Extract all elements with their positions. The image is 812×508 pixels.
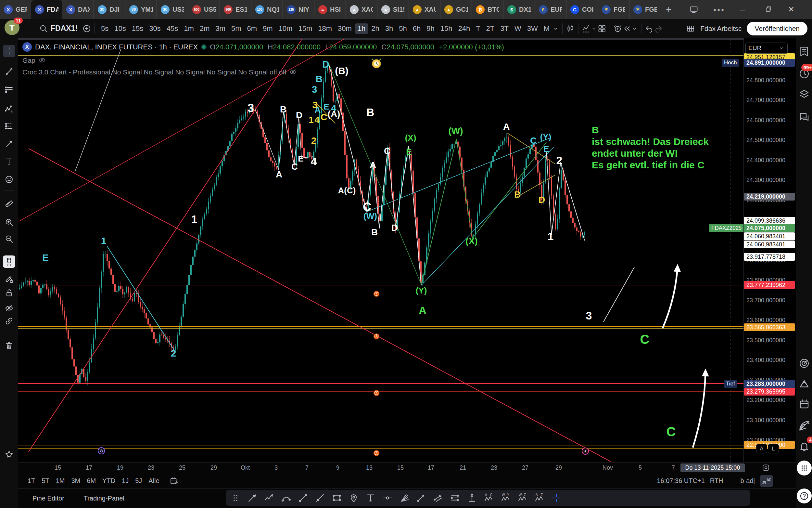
- ae-wave-drawing[interactable]: AE: [534, 493, 545, 503]
- window-tab-xau[interactable]: ▲XAU: [409, 0, 440, 19]
- window-tab-gc1[interactable]: ▲GC1: [440, 0, 472, 19]
- timeframe-2h[interactable]: 2h: [368, 24, 382, 34]
- zoom-in-tool[interactable]: [3, 216, 15, 228]
- chart-pane[interactable]: E1213ABCDE43BD(B)3AE4(A)14C2BA(C)C(W)BAC…: [18, 38, 744, 462]
- symbol-search-field[interactable]: FDAX1!: [51, 24, 78, 33]
- window-tab-fgb[interactable]: ✶FGB: [629, 0, 661, 19]
- chart-note-annotation[interactable]: Bist schwach! Das Dreieckendet unter der…: [592, 124, 709, 171]
- lock-drawings-tool[interactable]: [3, 287, 15, 299]
- window-tab-us3[interactable]: 30US3: [156, 0, 188, 19]
- timeframe-M[interactable]: M: [541, 24, 553, 34]
- indicators-chevron-icon[interactable]: [591, 24, 597, 33]
- range-ytd[interactable]: YTD: [99, 476, 118, 486]
- object-tree-panel[interactable]: [798, 88, 810, 100]
- rectangle-drawing[interactable]: [332, 493, 342, 503]
- crosshair-blue[interactable]: [551, 493, 562, 503]
- range-3m[interactable]: 3M: [68, 476, 84, 486]
- zoom-out-tool[interactable]: [3, 233, 15, 245]
- window-tab-us5[interactable]: 500US5: [188, 0, 220, 19]
- timeframe-T[interactable]: T: [473, 24, 483, 34]
- chevron-down-icon[interactable]: [553, 24, 559, 33]
- add-tab-button[interactable]: +: [666, 4, 672, 15]
- hide-indicator-icon[interactable]: [289, 68, 297, 76]
- notifications-bell[interactable]: 4: [798, 440, 810, 452]
- drawing-mode-tool[interactable]: [3, 273, 15, 285]
- range-alle[interactable]: Alle: [145, 476, 162, 486]
- hide-indicator-icon[interactable]: [38, 56, 46, 65]
- crosshair-tool[interactable]: [3, 45, 15, 57]
- window-tab-dji[interactable]: 30DJI: [94, 0, 125, 19]
- drag-handle[interactable]: [230, 493, 241, 503]
- segment-drawing[interactable]: [298, 493, 308, 503]
- scale-button-l[interactable]: L: [768, 444, 779, 453]
- currency-selector[interactable]: EUR: [746, 43, 787, 54]
- timeframe-10m[interactable]: 10m: [276, 24, 296, 34]
- price-note-drawing[interactable]: [382, 493, 393, 503]
- timeframe-10s[interactable]: 10s: [111, 24, 129, 34]
- timeframe-15h[interactable]: 15h: [437, 24, 456, 34]
- sync-drawings-tool[interactable]: [3, 315, 15, 327]
- timeframe-6m[interactable]: 6m: [244, 24, 260, 34]
- timeframe-3T[interactable]: 3T: [497, 24, 512, 34]
- calendar-panel[interactable]: [798, 398, 810, 410]
- timeframe-1m[interactable]: 1m: [181, 24, 197, 34]
- timeframe-9m[interactable]: 9m: [260, 24, 276, 34]
- trendline-tool[interactable]: [3, 65, 15, 78]
- session-rth[interactable]: RTH: [710, 477, 723, 484]
- scale-button-a[interactable]: A: [756, 444, 767, 453]
- arrow-marker-drawing[interactable]: [416, 493, 426, 503]
- text-tool[interactable]: [3, 155, 15, 168]
- timeframe-15m[interactable]: 15m: [295, 24, 315, 34]
- axis-settings-icon[interactable]: [762, 463, 770, 472]
- indicator-gap-label[interactable]: Gap: [22, 56, 35, 65]
- timeframe-3m[interactable]: 3m: [212, 24, 228, 34]
- workspace-name[interactable]: Fdax Arbeitsc: [700, 25, 742, 33]
- range-6m[interactable]: 6M: [84, 476, 99, 486]
- arrow-tool[interactable]: [3, 137, 15, 150]
- parallel-lines-drawing[interactable]: [450, 493, 460, 503]
- measure-tool[interactable]: [3, 198, 15, 210]
- range-5j[interactable]: 5J: [132, 476, 145, 486]
- bar-replay-button[interactable]: [622, 24, 631, 33]
- timeframe-1h[interactable]: 1h: [355, 24, 368, 34]
- timeframe-3h[interactable]: 3h: [382, 24, 396, 34]
- timeframe-2T[interactable]: 2T: [483, 24, 497, 34]
- timeframe-30s[interactable]: 30s: [146, 24, 163, 34]
- timeframe-30m[interactable]: 30m: [335, 24, 355, 34]
- forecast-tool[interactable]: [3, 120, 15, 132]
- templates-button[interactable]: [597, 24, 607, 33]
- window-tab-fgb[interactable]: ✶FGB: [598, 0, 629, 19]
- scale-adjust-button[interactable]: [760, 475, 773, 487]
- window-tab-eur[interactable]: €EUR: [535, 0, 566, 19]
- window-tab-hsi[interactable]: ≡HSI: [314, 0, 346, 19]
- emoji-tool[interactable]: [3, 173, 15, 185]
- window-tab-ger[interactable]: XGER: [0, 0, 31, 19]
- window-tab-dax[interactable]: XDAX: [62, 0, 94, 19]
- chart-style-button[interactable]: [566, 24, 575, 33]
- text-drawing[interactable]: [366, 493, 376, 503]
- timeframe-5s[interactable]: 5s: [98, 24, 111, 34]
- redo-button[interactable]: [654, 24, 663, 33]
- restore-button[interactable]: [764, 5, 773, 14]
- layout-grid-button[interactable]: [686, 24, 695, 33]
- close-button[interactable]: ✕: [788, 5, 795, 14]
- alert-marker-icon[interactable]: [374, 334, 380, 340]
- range-1j[interactable]: 1J: [118, 476, 132, 486]
- patterns-panel[interactable]: [798, 378, 810, 389]
- zigzag-arrow-drawing[interactable]: [264, 493, 275, 503]
- indicators-button[interactable]: [582, 24, 591, 33]
- scanner-panel[interactable]: [798, 357, 810, 369]
- window-tab-es1[interactable]: 500ES1: [220, 0, 251, 19]
- window-tab-niy[interactable]: 225NIY: [283, 0, 314, 19]
- timeframe-3W[interactable]: 3W: [524, 24, 541, 34]
- compare-add-icon[interactable]: [82, 24, 91, 33]
- timeframe-2m[interactable]: 2m: [197, 24, 213, 34]
- time-axis[interactable]: Do 13-11-2025 15:00 151719232529Okt37913…: [18, 462, 796, 473]
- curve-drawing[interactable]: [281, 493, 291, 503]
- timeframe-24h[interactable]: 24h: [455, 24, 473, 34]
- alert-marker-icon[interactable]: [374, 390, 380, 396]
- favorites-star[interactable]: [3, 448, 15, 461]
- search-icon[interactable]: [39, 24, 48, 33]
- range-1m[interactable]: 1M: [53, 476, 68, 486]
- fan-drawing[interactable]: [399, 493, 410, 503]
